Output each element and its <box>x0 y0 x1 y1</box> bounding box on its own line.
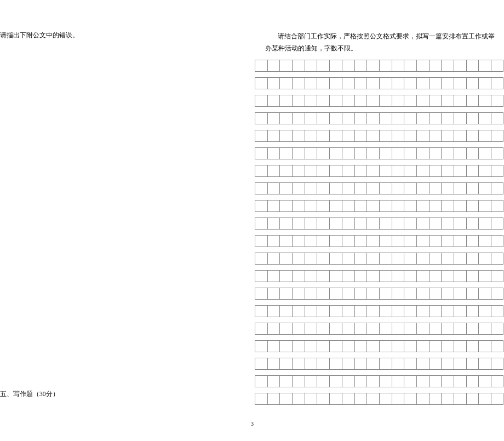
grid-cell <box>429 393 442 405</box>
grid-cell <box>292 182 305 194</box>
grid-cell <box>454 393 466 405</box>
grid-cell <box>491 358 503 370</box>
grid-cell <box>441 130 454 142</box>
grid-cell <box>441 200 454 212</box>
grid-cell <box>466 147 479 159</box>
grid-cell <box>491 340 503 352</box>
grid-cell <box>317 130 329 142</box>
grid-cell <box>279 77 292 89</box>
grid-cell <box>404 130 416 142</box>
grid-cell <box>404 393 416 405</box>
grid-cell <box>279 130 292 142</box>
grid-cell <box>267 288 280 300</box>
grid-cell <box>305 130 317 142</box>
grid-cell <box>354 393 367 405</box>
grid-cell <box>491 270 503 282</box>
grid-cell <box>379 305 392 317</box>
grid-cell <box>255 270 267 282</box>
grid-cell <box>305 182 317 194</box>
grid-cell <box>305 147 317 159</box>
grid-cell <box>392 340 404 352</box>
grid-cell <box>416 393 429 405</box>
grid-row <box>255 288 503 300</box>
grid-row <box>255 235 503 247</box>
grid-row <box>255 165 503 177</box>
grid-cell <box>454 165 466 177</box>
grid-cell <box>429 375 442 387</box>
grid-cell <box>478 112 491 124</box>
grid-cell <box>466 60 479 72</box>
grid-cell <box>267 358 280 370</box>
grid-cell <box>454 60 466 72</box>
grid-cell <box>404 288 416 300</box>
grid-cell <box>429 288 442 300</box>
grid-cell <box>416 147 429 159</box>
grid-cell <box>454 130 466 142</box>
grid-cell <box>466 393 479 405</box>
grid-cell <box>454 375 466 387</box>
grid-cell <box>305 217 317 230</box>
grid-cell <box>454 235 466 247</box>
grid-cell <box>466 95 479 107</box>
grid-cell <box>379 217 392 230</box>
grid-cell <box>466 375 479 387</box>
grid-cell <box>454 77 466 89</box>
grid-cell <box>279 182 292 194</box>
grid-cell <box>292 200 305 212</box>
right-instruction-text: 请结合部门工作实际，严格按照公文格式要求，拟写一篇安排布置工作或举 办某种活动的… <box>265 31 501 55</box>
grid-cell <box>478 217 491 230</box>
grid-cell <box>255 323 267 335</box>
grid-row <box>255 340 503 352</box>
grid-cell <box>279 340 292 352</box>
grid-cell <box>416 358 429 370</box>
grid-cell <box>466 200 479 212</box>
grid-cell <box>379 375 392 387</box>
grid-row <box>255 305 503 317</box>
grid-cell <box>416 270 429 282</box>
grid-cell <box>404 165 416 177</box>
grid-cell <box>342 288 354 300</box>
grid-cell <box>441 323 454 335</box>
grid-cell <box>329 288 342 300</box>
grid-cell <box>416 60 429 72</box>
grid-cell <box>379 253 392 265</box>
grid-cell <box>267 305 280 317</box>
grid-cell <box>478 340 491 352</box>
grid-cell <box>429 340 442 352</box>
grid-cell <box>317 288 329 300</box>
grid-cell <box>379 323 392 335</box>
grid-cell <box>317 165 329 177</box>
grid-cell <box>342 323 354 335</box>
grid-cell <box>416 200 429 212</box>
grid-row <box>255 182 503 194</box>
grid-cell <box>317 217 329 230</box>
grid-row <box>255 77 503 89</box>
grid-cell <box>466 235 479 247</box>
grid-cell <box>392 288 404 300</box>
grid-cell <box>404 217 416 230</box>
grid-cell <box>491 165 503 177</box>
grid-cell <box>279 95 292 107</box>
grid-cell <box>267 112 280 124</box>
grid-cell <box>267 77 280 89</box>
grid-cell <box>255 375 267 387</box>
grid-cell <box>317 77 329 89</box>
grid-cell <box>279 200 292 212</box>
grid-cell <box>255 60 267 72</box>
grid-cell <box>392 77 404 89</box>
grid-cell <box>366 270 379 282</box>
grid-cell <box>466 323 479 335</box>
grid-cell <box>416 182 429 194</box>
grid-cell <box>416 375 429 387</box>
grid-cell <box>267 340 280 352</box>
grid-cell <box>491 375 503 387</box>
grid-cell <box>392 217 404 230</box>
grid-cell <box>255 217 267 230</box>
grid-cell <box>429 253 442 265</box>
grid-cell <box>292 358 305 370</box>
grid-cell <box>379 182 392 194</box>
grid-cell <box>404 235 416 247</box>
grid-cell <box>354 130 367 142</box>
grid-cell <box>305 253 317 265</box>
grid-cell <box>305 95 317 107</box>
